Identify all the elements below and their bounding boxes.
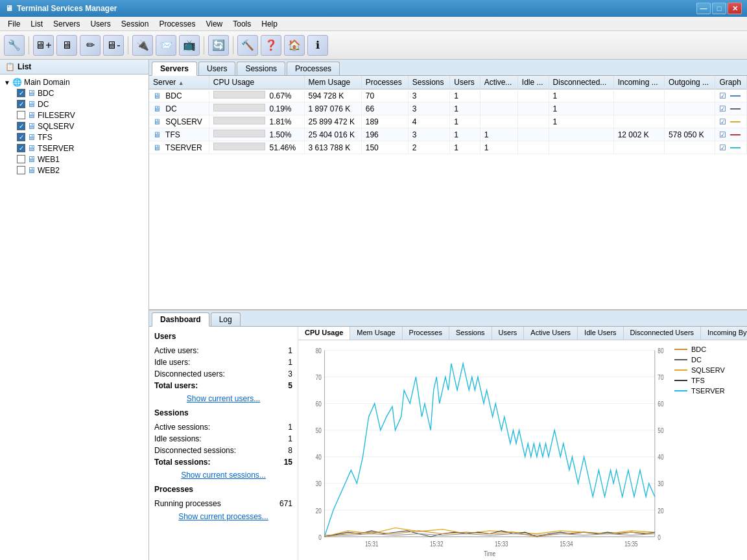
cell-incoming — [613, 89, 664, 102]
col-disconnected[interactable]: Disconnected... — [549, 76, 613, 89]
menu-view[interactable]: View — [200, 18, 228, 29]
col-cpu[interactable]: CPU Usage — [209, 76, 304, 89]
cell-graph: ☑ — [715, 89, 747, 102]
cell-active — [480, 115, 517, 128]
col-sessions[interactable]: Sessions — [408, 76, 449, 89]
col-users[interactable]: Users — [450, 76, 480, 89]
tree-item-web1[interactable]: 🖥 WEB1 — [16, 154, 146, 165]
remote-control-icon[interactable]: 📺 — [179, 35, 200, 56]
chart-tab-cpu[interactable]: CPU Usage — [298, 327, 350, 340]
col-processes[interactable]: Processes — [361, 76, 408, 89]
tree-item-fileserv[interactable]: 🖥 FILESERV — [16, 110, 146, 121]
wrench-icon[interactable]: 🔧 — [4, 35, 25, 56]
chart-tab-idle-users[interactable]: Idle Users — [578, 327, 624, 340]
graph-checkbox: ☑ — [719, 130, 726, 139]
svg-text:40: 40 — [658, 454, 663, 461]
refresh-icon[interactable]: 🔄 — [208, 35, 229, 56]
chart-container: 80 70 60 50 40 30 20 0 80 70 — [298, 340, 669, 560]
toolbar-separator-4 — [233, 36, 233, 54]
col-active[interactable]: Active... — [480, 76, 517, 89]
disconnect-icon[interactable]: 🔌 — [132, 35, 153, 56]
config-icon[interactable]: 🔨 — [237, 35, 258, 56]
menu-session[interactable]: Session — [116, 18, 154, 29]
table-row[interactable]: 🖥 TSERVER 51.46% 3 613 788 K 150 2 1 1 ☑ — [149, 141, 747, 154]
checkbox-sqlserv[interactable]: ✓ — [17, 122, 25, 130]
menu-processes[interactable]: Processes — [154, 18, 200, 29]
tree-item-dc[interactable]: ✓ 🖥 DC — [16, 99, 146, 110]
tab-servers[interactable]: Servers — [152, 62, 197, 76]
tab-dashboard[interactable]: Dashboard — [152, 312, 209, 327]
home-icon[interactable]: 🏠 — [284, 35, 305, 56]
cell-idle — [517, 128, 549, 141]
total-sessions-label: Total sessions: — [154, 458, 210, 467]
checkbox-bdc[interactable]: ✓ — [17, 89, 25, 97]
maximize-button[interactable]: □ — [712, 3, 726, 14]
checkbox-tfs[interactable]: ✓ — [17, 133, 25, 141]
cell-mem: 1 897 076 K — [304, 102, 361, 115]
menu-list[interactable]: List — [25, 18, 48, 29]
chart-tab-disconnected-users[interactable]: Disconnected Users — [624, 327, 701, 340]
col-graph[interactable]: Graph — [715, 76, 747, 89]
cell-sessions: 4 — [408, 115, 449, 128]
chart-tab-incoming[interactable]: Incoming Bytes — [701, 327, 747, 340]
info-icon[interactable]: ℹ — [307, 35, 328, 56]
edit-icon[interactable]: ✏ — [80, 35, 101, 56]
tree-item-bdc[interactable]: ✓ 🖥 BDC — [16, 88, 146, 99]
add-server-icon[interactable]: 🖥+ — [33, 35, 54, 56]
cpu-bar-container — [213, 117, 265, 124]
chart-tab-mem[interactable]: Mem Usage — [350, 327, 402, 340]
tree-item-tfs[interactable]: ✓ 🖥 TFS — [16, 132, 146, 143]
tree-item-sqlserv[interactable]: ✓ 🖥 SQLSERV — [16, 121, 146, 132]
menu-users[interactable]: Users — [85, 18, 115, 29]
show-processes-link[interactable]: Show current processes... — [154, 512, 292, 521]
cell-graph: ☑ — [715, 102, 747, 115]
col-outgoing[interactable]: Outgoing ... — [665, 76, 715, 89]
checkbox-dc[interactable]: ✓ — [17, 100, 25, 108]
server-row-icon: 🖥 — [153, 130, 161, 139]
menu-tools[interactable]: Tools — [228, 18, 256, 29]
table-row[interactable]: 🖥 SQLSERV 1.81% 25 899 472 K 189 4 1 1 ☑ — [149, 115, 747, 128]
col-idle[interactable]: Idle ... — [517, 76, 549, 89]
tree-item-web2[interactable]: 🖥 WEB2 — [16, 165, 146, 176]
users-section-title: Users — [154, 332, 292, 341]
remove-icon[interactable]: 🖥- — [103, 35, 124, 56]
tree-item-tserver[interactable]: ✓ 🖥 TSERVER — [16, 143, 146, 154]
server-label-tfs: TFS — [38, 133, 53, 142]
table-row[interactable]: 🖥 DC 0.19% 1 897 076 K 66 3 1 1 ☑ — [149, 102, 747, 115]
chart-tab-active-users[interactable]: Active Users — [524, 327, 578, 340]
server-icon-dc: 🖥 — [27, 99, 36, 109]
legend-label-sqlserv: SQLSERV — [691, 366, 725, 374]
legend-bdc: BDC — [674, 345, 742, 353]
cell-disconnected — [549, 128, 613, 141]
minimize-button[interactable]: — — [696, 3, 711, 14]
chart-tab-sessions[interactable]: Sessions — [449, 327, 492, 340]
checkbox-fileserv[interactable] — [17, 111, 25, 119]
tab-users[interactable]: Users — [198, 62, 235, 75]
menu-file[interactable]: File — [3, 18, 25, 29]
chart-tab-users[interactable]: Users — [492, 327, 525, 340]
tab-sessions[interactable]: Sessions — [237, 62, 285, 75]
checkbox-web2[interactable] — [17, 166, 25, 174]
checkbox-web1[interactable] — [17, 155, 25, 163]
col-server[interactable]: Server ▲ — [149, 76, 209, 89]
svg-text:20: 20 — [658, 508, 663, 515]
tab-log[interactable]: Log — [211, 312, 241, 326]
tree-root-domain[interactable]: ▼ 🌐 Main Domain — [3, 77, 146, 88]
close-button[interactable]: ✕ — [728, 3, 742, 14]
menu-servers[interactable]: Servers — [48, 18, 85, 29]
menu-help[interactable]: Help — [256, 18, 283, 29]
show-sessions-link[interactable]: Show current sessions... — [154, 471, 292, 480]
cell-users: 1 — [450, 115, 480, 128]
tab-processes[interactable]: Processes — [287, 62, 340, 75]
send-msg-icon[interactable]: 📨 — [156, 35, 176, 56]
col-mem[interactable]: Mem Usage — [304, 76, 361, 89]
table-row[interactable]: 🖥 TFS 1.50% 25 404 016 K 196 3 1 1 12 00… — [149, 128, 747, 141]
connect-icon[interactable]: 🖥 — [56, 35, 77, 56]
bottom-tab-bar: Dashboard Log — [149, 310, 747, 327]
checkbox-tserver[interactable]: ✓ — [17, 144, 25, 152]
col-incoming[interactable]: Incoming ... — [613, 76, 664, 89]
table-row[interactable]: 🖥 BDC 0.67% 594 728 K 70 3 1 1 ☑ — [149, 89, 747, 102]
show-users-link[interactable]: Show current users... — [154, 394, 292, 403]
help-icon[interactable]: ❓ — [261, 35, 281, 56]
chart-tab-processes[interactable]: Processes — [403, 327, 449, 340]
